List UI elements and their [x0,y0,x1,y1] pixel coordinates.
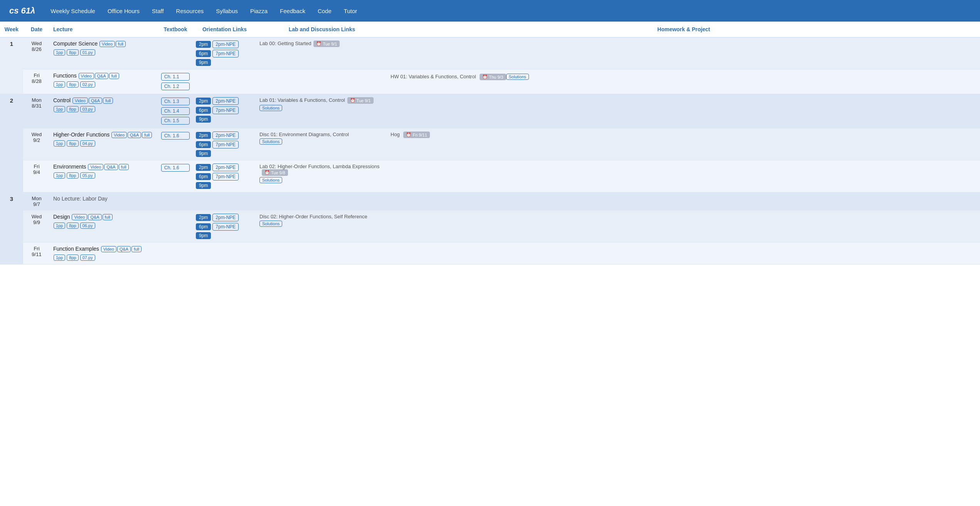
textbook-tag[interactable]: Ch. 1.5 [161,117,190,125]
orientation-tag[interactable]: 2pm [196,98,211,105]
lecture-tag[interactable]: full [109,73,119,79]
orientation-tag[interactable]: 2pm [196,132,211,139]
lecture-tag[interactable]: 1pp [54,106,65,112]
orientation-tag[interactable]: 7pm-NPE [212,50,239,57]
lecture-title: Computer Science Videofull [53,40,155,47]
lecture-tag[interactable]: full [116,41,126,47]
orientation-tag[interactable]: 7pm-NPE [212,106,239,114]
nav-tutor[interactable]: Tutor [344,8,357,14]
lecture-tag[interactable]: 8pp [67,140,78,147]
lecture-tag[interactable]: Video [88,164,103,170]
lecture-tag[interactable]: Q&A [104,164,118,170]
orientation-tag[interactable]: 2pm-NPE [212,40,239,48]
orientation-tag[interactable]: 6pm [196,107,211,114]
lecture-tag[interactable]: 06.py [80,223,95,229]
lecture-tag[interactable]: 8pp [67,81,78,88]
nav-feedback[interactable]: Feedback [280,8,305,14]
header-date: Date [23,22,50,37]
orientation-tag[interactable]: 2pm-NPE [212,164,239,171]
lecture-tag[interactable]: Q&A [89,98,102,104]
lecture-tag[interactable]: 8pp [67,106,78,112]
orientation-tag[interactable]: 9pm [196,182,211,189]
lecture-tag[interactable]: Q&A [117,246,131,252]
lecture-cell: Higher-Order Functions VideoQ&Afull1pp8p… [50,128,158,160]
lecture-tag[interactable]: full [131,246,141,252]
lecture-tag[interactable]: 04.py [80,140,95,147]
nav-piazza[interactable]: Piazza [250,8,268,14]
textbook-tag[interactable]: Ch. 1.2 [161,83,190,90]
orientation-tag[interactable]: 6pm [196,173,211,180]
lecture-tag[interactable]: 02.py [80,81,95,88]
lecture-tag[interactable]: Video [72,214,87,220]
orientation-tag[interactable]: 2pm-NPE [212,97,239,105]
orientation-tag[interactable]: 9pm [196,116,211,123]
lecture-tag[interactable]: 1pp [54,172,65,179]
lecture-tag[interactable]: 03.py [80,106,95,112]
lecture-tag[interactable]: 1pp [54,255,65,261]
lecture-tag[interactable]: 1pp [54,223,65,229]
textbook-tag[interactable]: Ch. 1.1 [161,73,190,81]
orientation-tag[interactable]: 2pm [196,214,211,221]
lab-content: Lab 01: Variables & Functions, Control⏰T… [259,97,384,111]
lecture-tag[interactable]: 1pp [54,81,65,88]
lecture-tag[interactable]: Video [72,98,88,104]
lecture-tag[interactable]: Video [101,246,116,252]
solutions-badge[interactable]: Solutions [259,104,384,111]
lecture-title-text: Design [53,214,71,220]
solutions-badge[interactable]: Solutions [259,219,384,227]
lecture-tag[interactable]: Video [79,73,94,79]
lecture-tag[interactable]: full [103,98,113,104]
orientation-tag[interactable]: 2pm [196,41,211,48]
textbook-tag[interactable]: Ch. 1.6 [161,132,190,140]
nav-links: Weekly Schedule Office Hours Staff Resou… [51,8,357,14]
hw-solutions-badge[interactable]: Solutions [506,74,529,80]
lecture-tag[interactable]: full [103,214,113,220]
lecture-tag[interactable]: Q&A [128,132,141,138]
lecture-tag[interactable]: 1pp [54,140,65,147]
lecture-tag[interactable]: Video [99,41,115,47]
hw-due-badge: ⏰Fri 9/11 [403,132,429,138]
lecture-tag[interactable]: 8pp [67,255,78,261]
lecture-tag[interactable]: 1pp [54,49,65,56]
nav-weekly-schedule[interactable]: Weekly Schedule [51,8,95,14]
orientation-tag[interactable]: 6pm [196,50,211,57]
nav-code[interactable]: Code [318,8,332,14]
lecture-tag[interactable]: 8pp [67,223,78,229]
orientation-tag[interactable]: 2pm-NPE [212,214,239,221]
orientation-tag[interactable]: 9pm [196,150,211,157]
lecture-tag[interactable]: Q&A [88,214,101,220]
nav-syllabus[interactable]: Syllabus [216,8,238,14]
textbook-cell [158,211,193,243]
orientation-tag[interactable]: 9pm [196,59,211,66]
textbook-tag[interactable]: Ch. 1.4 [161,107,190,115]
nav-resources[interactable]: Resources [176,8,204,14]
solutions-badge[interactable]: Solutions [259,176,384,183]
lecture-tag[interactable]: 07.py [80,255,95,261]
textbook-cell [158,243,193,265]
orientation-tag[interactable]: 7pm-NPE [212,223,239,231]
week-cell: 3 [0,192,23,265]
textbook-tag[interactable]: Ch. 1.6 [161,164,190,172]
orientation-tag[interactable]: 6pm [196,223,211,230]
solutions-badge[interactable]: Solutions [259,137,384,145]
nav-staff[interactable]: Staff [152,8,164,14]
lecture-tag[interactable]: 01.py [80,49,95,56]
lecture-tag[interactable]: full [142,132,152,138]
textbook-tag[interactable]: Ch. 1.3 [161,98,190,105]
due-badge: ⏰Tue 9/1 [313,40,340,47]
lecture-tag[interactable]: 05.py [80,172,95,179]
orientation-cell: 2pm2pm-NPE6pm7pm-NPE9pm [193,211,256,243]
orientation-tag[interactable]: 7pm-NPE [212,141,239,148]
orientation-tag[interactable]: 9pm [196,232,211,239]
nav-office-hours[interactable]: Office Hours [108,8,140,14]
lecture-tag[interactable]: Video [111,132,127,138]
lecture-tag[interactable]: Q&A [95,73,108,79]
orientation-tag[interactable]: 7pm-NPE [212,173,239,180]
lecture-tag[interactable]: full [119,164,129,170]
orientation-tag[interactable]: 2pm-NPE [212,132,239,139]
lecture-tag[interactable]: 8pp [67,49,78,56]
orientation-tag[interactable]: 2pm [196,164,211,171]
lecture-tag[interactable]: 8pp [67,172,78,179]
orientation-tag[interactable]: 6pm [196,141,211,148]
lecture-title-text: Control [53,97,72,103]
